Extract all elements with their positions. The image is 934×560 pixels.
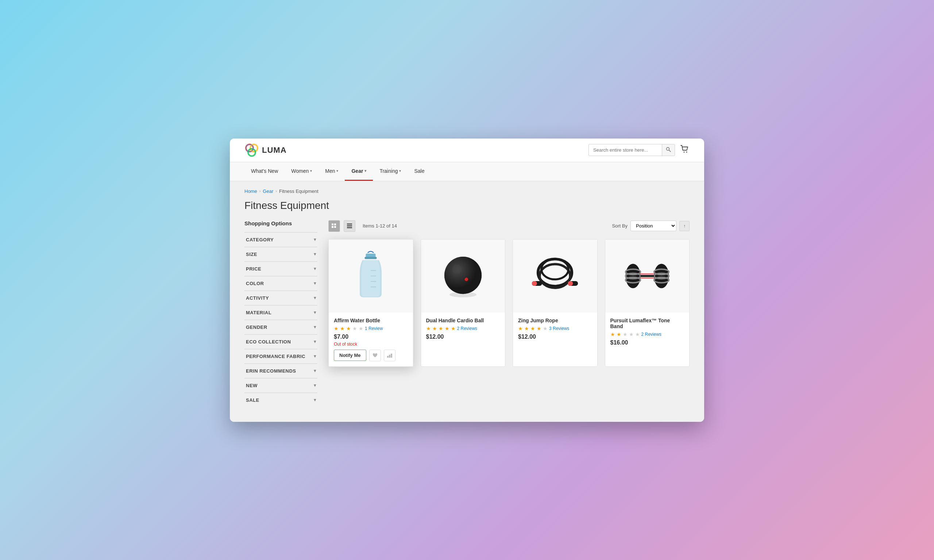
product-actions: Notify Me	[334, 350, 408, 361]
star-3: ★	[623, 331, 627, 337]
star-4: ★	[537, 326, 541, 331]
product-image-area	[513, 240, 597, 312]
logo-icon	[244, 143, 259, 157]
star-4: ★	[353, 326, 357, 331]
compare-icon	[387, 353, 392, 358]
product-name: Dual Handle Cardio Ball	[426, 318, 500, 323]
sort-label: Sort By	[612, 223, 627, 229]
star-rating: ★ ★ ★ ★ ★ 3 Reviews	[518, 326, 592, 331]
filter-activity[interactable]: ACTIVITY ▾	[244, 291, 317, 305]
svg-rect-33	[532, 281, 537, 285]
svg-point-2	[248, 149, 255, 156]
filter-price[interactable]: PRICE ▾	[244, 262, 317, 276]
product-info: Zing Jump Rope ★ ★ ★ ★ ★ 3 Reviews $12.0…	[513, 312, 597, 347]
breadcrumb-home[interactable]: Home	[244, 188, 257, 194]
filter-category[interactable]: CATEGORY ▾	[244, 232, 317, 247]
logo-text: LUMA	[262, 145, 287, 155]
breadcrumb-sep-1: ›	[259, 189, 261, 193]
svg-line-5	[669, 150, 671, 152]
nav-item-men[interactable]: Men ▾	[319, 162, 345, 181]
filter-color[interactable]: COLOR ▾	[244, 276, 317, 291]
review-link[interactable]: 3 Reviews	[549, 326, 569, 331]
svg-rect-8	[331, 223, 333, 225]
toolbar-left: Items 1-12 of 14	[328, 220, 397, 232]
star-3: ★	[346, 326, 351, 331]
star-5: ★	[543, 326, 548, 331]
chevron-down-icon: ▾	[310, 169, 312, 173]
filter-material[interactable]: MATERIAL ▾	[244, 305, 317, 320]
svg-rect-16	[365, 257, 377, 259]
star-2: ★	[432, 326, 437, 331]
cart-button[interactable]	[680, 145, 690, 156]
review-link[interactable]: 1 Review	[365, 326, 383, 331]
svg-rect-12	[347, 223, 352, 225]
filter-sale[interactable]: SALE ▾	[244, 393, 317, 407]
filter-gender[interactable]: GENDER ▾	[244, 320, 317, 334]
compare-button[interactable]	[384, 350, 396, 361]
nav-item-whats-new[interactable]: What's New	[244, 162, 285, 181]
breadcrumb-gear[interactable]: Gear	[263, 188, 273, 194]
nav-item-sale[interactable]: Sale	[407, 162, 431, 181]
list-icon	[347, 223, 352, 229]
filter-new[interactable]: NEW ▾	[244, 378, 317, 393]
product-name: Affirm Water Bottle	[334, 318, 408, 323]
filter-erin-recommends[interactable]: ERIN RECOMMENDS ▾	[244, 363, 317, 378]
review-link[interactable]: 2 Reviews	[641, 332, 661, 337]
star-rating: ★ ★ ★ ★ ★ 2 Reviews	[610, 331, 684, 337]
filter-size[interactable]: SIZE ▾	[244, 247, 317, 262]
filter-eco-collection[interactable]: ECO COLLECTION ▾	[244, 334, 317, 349]
toolbar-right: Sort By Position Product Name Price ↑	[612, 221, 690, 231]
chevron-down-icon: ▾	[314, 252, 316, 257]
nav-item-gear[interactable]: Gear ▾	[345, 162, 373, 181]
svg-rect-22	[389, 355, 390, 358]
svg-point-28	[464, 277, 468, 281]
items-count: Items 1-12 of 14	[363, 223, 397, 229]
svg-point-7	[686, 151, 687, 152]
notify-me-button[interactable]: Notify Me	[334, 350, 366, 361]
nav-item-training[interactable]: Training ▾	[373, 162, 407, 181]
chevron-down-icon: ▾	[364, 169, 366, 173]
out-of-stock-label: Out of stock	[334, 342, 408, 347]
toolbar: Items 1-12 of 14 Sort By Position Produc…	[328, 220, 690, 232]
chevron-down-icon: ▾	[314, 266, 316, 271]
chevron-down-icon: ▾	[336, 169, 338, 173]
nav-item-women[interactable]: Women ▾	[285, 162, 319, 181]
product-price: $12.00	[426, 334, 500, 340]
star-1: ★	[610, 331, 615, 337]
product-grid: Affirm Water Bottle ★ ★ ★ ★ ★ 1 Review $…	[328, 239, 690, 367]
svg-rect-14	[347, 227, 352, 228]
product-card-pursuit-lumaflex-tone-band[interactable]: Pursuit Lumaflex™ Tone Band ★ ★ ★ ★ ★ 2 …	[605, 239, 690, 367]
cart-icon	[680, 145, 690, 154]
site-header: LUMA	[230, 138, 704, 162]
product-image-ball	[439, 252, 487, 300]
wishlist-button[interactable]	[369, 350, 381, 361]
star-3: ★	[439, 326, 443, 331]
filter-performance-fabric[interactable]: PERFORMANCE FABRIC ▾	[244, 349, 317, 363]
chevron-down-icon: ▾	[314, 325, 316, 329]
search-button[interactable]	[662, 145, 675, 156]
search-input[interactable]	[589, 145, 662, 155]
chevron-down-icon: ▾	[314, 295, 316, 300]
star-5: ★	[359, 326, 364, 331]
review-link[interactable]: 2 Reviews	[457, 326, 477, 331]
star-4: ★	[445, 326, 450, 331]
product-card-zing-jump-rope[interactable]: Zing Jump Rope ★ ★ ★ ★ ★ 3 Reviews $12.0…	[513, 239, 598, 367]
svg-rect-15	[366, 253, 376, 257]
product-image-band	[624, 252, 671, 300]
chevron-down-icon: ▾	[314, 281, 316, 286]
product-card-affirm-water-bottle[interactable]: Affirm Water Bottle ★ ★ ★ ★ ★ 1 Review $…	[328, 239, 413, 367]
sidebar: Shopping Options CATEGORY ▾ SIZE ▾ PRICE…	[244, 220, 317, 407]
chevron-down-icon: ▾	[314, 383, 316, 388]
list-view-button[interactable]	[344, 220, 355, 232]
product-card-dual-handle-cardio-ball[interactable]: Dual Handle Cardio Ball ★ ★ ★ ★ ★ 2 Revi…	[421, 239, 506, 367]
svg-rect-13	[347, 225, 352, 226]
search-box	[589, 144, 675, 156]
svg-point-26	[444, 257, 482, 294]
sort-direction-button[interactable]: ↑	[679, 221, 690, 231]
product-price: $7.00	[334, 334, 408, 340]
sort-select[interactable]: Position Product Name Price	[630, 221, 677, 231]
grid-view-button[interactable]	[328, 220, 340, 232]
product-info: Affirm Water Bottle ★ ★ ★ ★ ★ 1 Review $…	[329, 312, 413, 366]
main-layout: Shopping Options CATEGORY ▾ SIZE ▾ PRICE…	[244, 220, 690, 407]
chevron-down-icon: ▾	[314, 237, 316, 242]
